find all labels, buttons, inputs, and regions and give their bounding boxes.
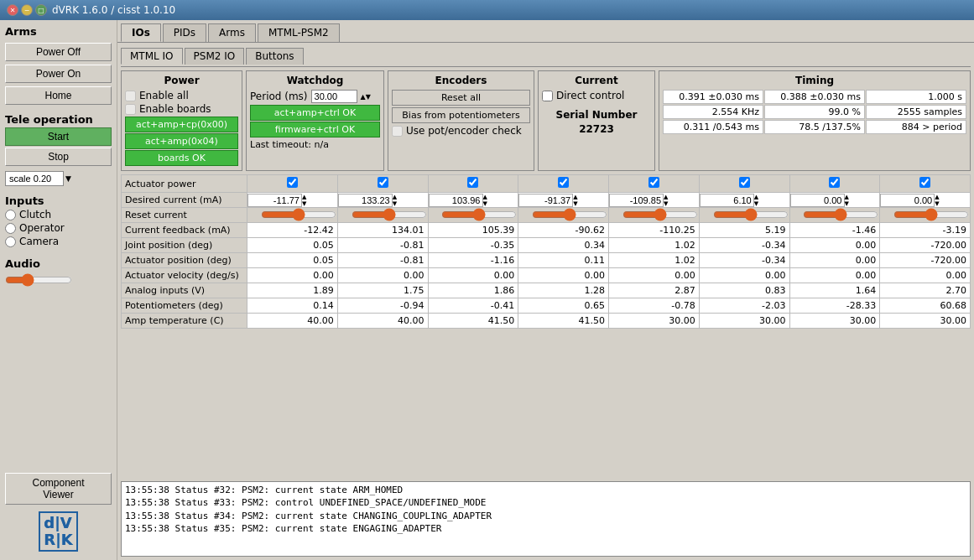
reset-current-slider-2[interactable]: [441, 211, 517, 218]
reset-current-slider-6[interactable]: [803, 211, 878, 218]
desired-current-input-7[interactable]: [880, 194, 935, 207]
desired-current-spinner-3[interactable]: ▲▼: [573, 194, 577, 207]
direct-control-checkbox[interactable]: [542, 91, 553, 101]
watchdog-btn1[interactable]: act+amp+ctrl OK: [250, 105, 380, 121]
log-area[interactable]: 13:55:38 Status #32: PSM2: current state…: [121, 481, 971, 557]
cell-1-4[interactable]: ▲▼: [609, 193, 700, 208]
actuator-power-checkbox-4[interactable]: [648, 177, 659, 188]
desired-current-spinner-7[interactable]: ▲▼: [935, 194, 939, 207]
cell-2-0[interactable]: [247, 208, 338, 223]
actuator-power-checkbox-0[interactable]: [287, 177, 298, 188]
desired-current-input-4[interactable]: [609, 194, 664, 207]
desired-current-spinner-0[interactable]: ▲▼: [302, 194, 306, 207]
scale-dropdown-icon[interactable]: ▼: [65, 174, 71, 183]
cell-2-4[interactable]: [609, 208, 700, 223]
desired-current-input-2[interactable]: [429, 194, 483, 207]
desired-current-spinner-6[interactable]: ▲▼: [845, 194, 849, 207]
audio-slider[interactable]: [5, 273, 72, 287]
cell-0-0[interactable]: [247, 175, 338, 193]
reset-current-slider-1[interactable]: [352, 211, 427, 218]
cell-1-1[interactable]: ▲▼: [337, 193, 428, 208]
reset-current-slider-0[interactable]: [261, 211, 336, 218]
bias-from-pot-button[interactable]: Bias from potentiometers: [392, 107, 530, 123]
reset-all-button[interactable]: Reset all: [392, 90, 530, 106]
desired-current-spinner-2[interactable]: ▲▼: [483, 194, 487, 207]
actuator-power-checkbox-3[interactable]: [558, 177, 569, 188]
desired-current-spinner-4[interactable]: ▲▼: [664, 194, 668, 207]
enable-all-checkbox[interactable]: [125, 91, 136, 101]
scale-input[interactable]: [5, 171, 64, 186]
desired-current-input-6[interactable]: [790, 194, 845, 207]
cell-2-3[interactable]: [518, 208, 609, 223]
direct-control-row[interactable]: Direct control: [542, 90, 651, 101]
tab-pids[interactable]: PIDs: [163, 23, 206, 42]
reset-current-slider-7[interactable]: [893, 211, 969, 218]
close-button[interactable]: ✕: [7, 4, 18, 16]
cell-1-6[interactable]: ▲▼: [789, 193, 880, 208]
actuator-power-checkbox-5[interactable]: [739, 177, 750, 188]
cell-2-2[interactable]: [428, 208, 518, 223]
reset-current-slider-3[interactable]: [532, 211, 607, 218]
power-on-button[interactable]: Power On: [5, 65, 112, 83]
cell-2-7[interactable]: [880, 208, 971, 223]
cell-2-5[interactable]: [699, 208, 789, 223]
camera-radio[interactable]: [5, 236, 16, 247]
watchdog-btn2[interactable]: firmware+ctrl OK: [250, 122, 380, 137]
desired-current-input-3[interactable]: [518, 194, 573, 207]
act-amp-button[interactable]: act+amp(0x04): [125, 133, 238, 149]
home-button[interactable]: Home: [5, 86, 112, 105]
cell-1-5[interactable]: ▲▼: [699, 193, 789, 208]
desired-current-spinner-1[interactable]: ▲▼: [393, 194, 397, 207]
actuator-power-checkbox-7[interactable]: [919, 177, 930, 188]
operator-radio[interactable]: [5, 223, 16, 234]
scale-selector[interactable]: ▼: [5, 171, 112, 186]
enable-boards-checkbox[interactable]: [125, 104, 136, 115]
cell-1-7[interactable]: ▲▼: [880, 193, 971, 208]
desired-current-input-5[interactable]: [700, 194, 754, 207]
cell-2-1[interactable]: [337, 208, 428, 223]
cell-0-6[interactable]: [789, 175, 880, 193]
desired-current-spinner-5[interactable]: ▲▼: [754, 194, 758, 207]
cell-1-2[interactable]: ▲▼: [428, 193, 518, 208]
desired-current-input-1[interactable]: [338, 194, 393, 207]
boards-ok-button[interactable]: boards OK: [125, 150, 238, 166]
cell-0-4[interactable]: [609, 175, 700, 193]
period-spinner[interactable]: ▲▼: [361, 93, 371, 101]
act-amp-cp-button[interactable]: act+amp+cp(0x00): [125, 117, 238, 132]
use-pot-checkbox[interactable]: [392, 126, 403, 137]
tab-mtml-psm2[interactable]: MTML-PSM2: [258, 23, 340, 42]
cell-1-3[interactable]: ▲▼: [518, 193, 609, 208]
clutch-radio-item[interactable]: Clutch: [5, 209, 112, 220]
enable-all-row[interactable]: Enable all: [125, 90, 238, 101]
power-off-button[interactable]: Power Off: [5, 43, 112, 61]
cell-0-5[interactable]: [699, 175, 789, 193]
sub-tab-psm2-io[interactable]: PSM2 IO: [185, 48, 245, 65]
cell-2-6[interactable]: [789, 208, 880, 223]
reset-current-slider-4[interactable]: [622, 211, 698, 218]
reset-current-slider-5[interactable]: [713, 211, 789, 218]
cell-0-2[interactable]: [428, 175, 518, 193]
actuator-power-checkbox-1[interactable]: [378, 177, 388, 188]
tab-arms[interactable]: Arms: [208, 23, 256, 42]
start-button[interactable]: Start: [5, 127, 112, 146]
desired-current-input-0[interactable]: [247, 194, 302, 207]
window-controls[interactable]: ✕ − □: [7, 4, 47, 16]
camera-radio-item[interactable]: Camera: [5, 236, 112, 247]
clutch-radio[interactable]: [5, 210, 16, 220]
cell-1-0[interactable]: ▲▼: [247, 193, 338, 208]
sub-tab-mtml-io[interactable]: MTML IO: [121, 48, 183, 65]
maximize-button[interactable]: □: [35, 4, 47, 16]
actuator-power-checkbox-6[interactable]: [829, 177, 840, 188]
cell-0-1[interactable]: [337, 175, 428, 193]
cell-0-7[interactable]: [880, 175, 971, 193]
tab-ios[interactable]: IOs: [121, 23, 161, 42]
sub-tab-buttons[interactable]: Buttons: [246, 48, 303, 65]
component-viewer-button[interactable]: Component Viewer: [5, 473, 112, 505]
actuator-power-checkbox-2[interactable]: [467, 177, 478, 188]
minimize-button[interactable]: −: [21, 4, 33, 16]
operator-radio-item[interactable]: Operator: [5, 222, 112, 234]
cell-0-3[interactable]: [518, 175, 609, 193]
use-pot-row[interactable]: Use pot/encoder check: [392, 125, 530, 137]
stop-button[interactable]: Stop: [5, 148, 112, 166]
period-input[interactable]: [311, 90, 357, 103]
